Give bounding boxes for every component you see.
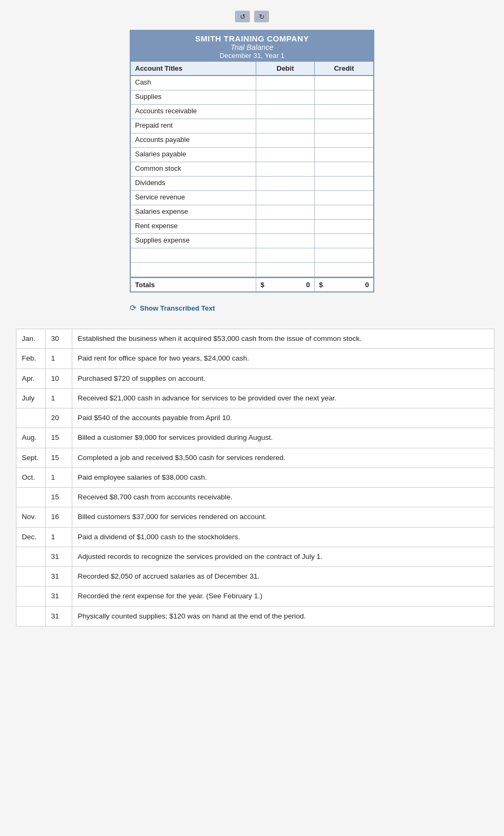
transaction-day: 31 [46,547,72,566]
table-row: Supplies expense [131,234,373,248]
debit-cell [256,162,315,176]
transaction-day: 1 [46,349,72,369]
transaction-month: Dec. [16,527,46,547]
account-title: Rent expense [131,220,256,233]
table-row: 31 Physically counted supplies; $120 was… [16,606,494,626]
transaction-description: Received $8,700 cash from accounts recei… [72,488,494,507]
debit-cell [256,234,315,248]
table-row: Cash [131,76,373,90]
table-row: Feb. 1 Paid rent for office space for tw… [16,349,494,369]
credit-cell [315,234,373,248]
debit-cell [256,133,315,147]
table-row: 31 Recorded $2,050 of accrued salaries a… [16,567,494,587]
transaction-month: Nov. [16,507,46,527]
transaction-description: Paid a dividend of $1,000 cash to the st… [72,527,494,547]
account-title: Prepaid rent [131,119,256,133]
transaction-description: Received $21,000 cash in advance for ser… [72,388,494,408]
transaction-month: Oct. [16,467,46,487]
transaction-day: 15 [46,448,72,467]
table-row: Dec. 1 Paid a dividend of $1,000 cash to… [16,527,494,547]
credit-cell [315,191,373,205]
transaction-day: 20 [46,408,72,428]
company-name: SMITH TRAINING COMPANY [133,34,371,43]
transaction-description: Physically counted supplies; $120 was on… [72,606,494,626]
transaction-day: 10 [46,369,72,388]
transaction-month: Aug. [16,428,46,448]
account-title [131,263,256,277]
transaction-day: 30 [46,329,72,349]
account-title: Salaries expense [131,205,256,219]
transaction-month [16,547,46,566]
totals-credit: $ 0 [315,278,373,291]
table-row: Oct. 1 Paid employee salaries of $38,000… [16,467,494,487]
account-title: Accounts payable [131,133,256,147]
transaction-month: Feb. [16,349,46,369]
tb-column-headers: Account Titles Debit Credit [131,62,373,76]
account-title: Common stock [131,162,256,176]
account-title [131,248,256,262]
transaction-month [16,408,46,428]
table-row [131,248,373,263]
credit-cell [315,248,373,262]
undo-button[interactable]: ↺ [235,11,250,22]
credit-cell [315,105,373,119]
debit-cell [256,248,315,262]
transcribed-text-label: Show Transcribed Text [140,304,215,312]
credit-amount: 0 [365,281,369,289]
transaction-day: 15 [46,428,72,448]
table-row: Apr. 10 Purchased $720 of supplies on ac… [16,369,494,388]
table-row: Accounts payable [131,133,373,148]
transaction-day: 15 [46,488,72,507]
transactions-body: Jan. 30 Established the business when it… [16,329,494,626]
transaction-day: 1 [46,527,72,547]
credit-cell [315,177,373,190]
transaction-description: Paid rent for office space for two years… [72,349,494,369]
table-row: 15 Received $8,700 cash from accounts re… [16,488,494,507]
tb-totals-row: Totals $ 0 $ 0 [131,277,373,291]
transaction-description: Recorded the rent expense for the year. … [72,587,494,606]
transaction-month [16,587,46,606]
transaction-day: 1 [46,467,72,487]
table-row: Salaries payable [131,148,373,162]
totals-label: Totals [131,278,256,291]
debit-amount: 0 [306,281,310,289]
credit-cell [315,119,373,133]
trial-balance-table: SMITH TRAINING COMPANY Trial Balance Dec… [130,30,374,292]
transaction-month: July [16,388,46,408]
col-credit: Credit [315,62,373,75]
col-account-titles: Account Titles [131,62,256,75]
table-row [131,263,373,277]
account-title: Supplies [131,90,256,104]
col-debit: Debit [256,62,315,75]
debit-cell [256,148,315,162]
table-row: Rent expense [131,220,373,234]
table-row: Nov. 16 Billed customers $37,000 for ser… [16,507,494,527]
transaction-description: Recorded $2,050 of accrued salaries as o… [72,567,494,587]
table-row: Service revenue [131,191,373,205]
transaction-month [16,488,46,507]
tb-rows: Cash Supplies Accounts receivable Prepai… [131,76,373,277]
account-title: Service revenue [131,191,256,205]
show-transcribed-link[interactable]: ⟳ Show Transcribed Text [130,303,374,313]
totals-debit: $ 0 [256,278,315,291]
debit-cell [256,119,315,133]
debit-cell [256,220,315,233]
table-row: 20 Paid $540 of the accounts payable fro… [16,408,494,428]
transactions-table: Jan. 30 Established the business when it… [16,329,494,626]
table-row: Salaries expense [131,205,373,220]
debit-cell [256,105,315,119]
table-row: Dividends [131,177,373,191]
credit-cell [315,90,373,104]
debit-dollar: $ [261,281,264,289]
table-row: Prepaid rent [131,119,373,133]
table-row: Accounts receivable [131,105,373,119]
transaction-day: 1 [46,388,72,408]
transaction-month: Apr. [16,369,46,388]
credit-cell [315,263,373,277]
account-title: Accounts receivable [131,105,256,119]
report-title: Trial Balance [133,43,371,52]
account-title: Dividends [131,177,256,190]
redo-button[interactable]: ↻ [254,11,269,22]
account-title: Salaries payable [131,148,256,162]
account-title: Cash [131,76,256,90]
